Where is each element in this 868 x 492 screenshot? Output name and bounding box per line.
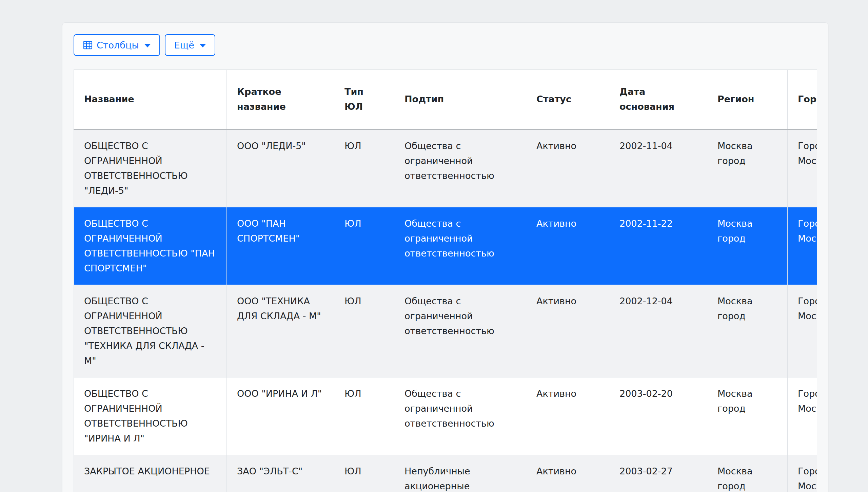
table-cell: ОБЩЕСТВО С ОГРАНИЧЕННОЙ ОТВЕТСТВЕННОСТЬЮ… xyxy=(74,129,227,207)
column-header-3[interactable]: Тип ЮЛ xyxy=(334,70,394,129)
table-header: НазваниеКраткое названиеТип ЮЛПодтипСтат… xyxy=(74,70,817,129)
table-cell: Непубличные акционерные xyxy=(394,455,526,492)
companies-panel: Столбцы Ещё НазваниеКраткое названиеТип … xyxy=(62,22,828,492)
caret-down-icon xyxy=(144,44,151,47)
table-cell: ООО "ПАН СПОРТСМЕН" xyxy=(227,207,334,285)
table-cell: ОБЩЕСТВО С ОГРАНИЧЕННОЙ ОТВЕТСТВЕННОСТЬЮ… xyxy=(74,377,227,455)
column-header-8[interactable]: Город xyxy=(788,70,817,129)
columns-button[interactable]: Столбцы xyxy=(74,34,160,56)
table-cell: Общества с ограниченной ответственностью xyxy=(394,377,526,455)
table-cell: Активно xyxy=(526,377,609,455)
table-cell: Активно xyxy=(526,455,609,492)
caret-down-icon xyxy=(200,44,206,47)
table-cell: Москва город xyxy=(707,285,788,377)
table-cell: ЮЛ xyxy=(334,377,394,455)
table-cell: Общества с ограниченной ответственностью xyxy=(394,285,526,377)
table-cell: 2002-12-04 xyxy=(609,285,707,377)
table-cell: Город Москва xyxy=(788,129,817,207)
table-cell: Активно xyxy=(526,285,609,377)
table-cell: ООО "ТЕХНИКА ДЛЯ СКЛАДА - М" xyxy=(227,285,334,377)
more-button[interactable]: Ещё xyxy=(165,34,215,56)
table-cell: Город Москва xyxy=(788,207,817,285)
table-cell: 2003-02-20 xyxy=(609,377,707,455)
table-cell: Общества с ограниченной ответственностью xyxy=(394,129,526,207)
column-header-5[interactable]: Статус xyxy=(526,70,609,129)
table-cell: Москва город xyxy=(707,455,788,492)
column-header-2[interactable]: Краткое название xyxy=(227,70,334,129)
table-cell: Город Москва xyxy=(788,455,817,492)
table-row[interactable]: ОБЩЕСТВО С ОГРАНИЧЕННОЙ ОТВЕТСТВЕННОСТЬЮ… xyxy=(74,285,817,377)
table-toolbar: Столбцы Ещё xyxy=(62,23,828,69)
table-cell: ЮЛ xyxy=(334,129,394,207)
table-cell: 2003-02-27 xyxy=(609,455,707,492)
table-cell: Общества с ограниченной ответственностью xyxy=(394,207,526,285)
column-header-6[interactable]: Дата основания xyxy=(609,70,707,129)
table-cell: ООО "ИРИНА И Л" xyxy=(227,377,334,455)
table-cell: Город Москва xyxy=(788,377,817,455)
table-cell: ЮЛ xyxy=(334,207,394,285)
table-header-row: НазваниеКраткое названиеТип ЮЛПодтипСтат… xyxy=(74,70,817,129)
column-header-7[interactable]: Регион xyxy=(707,70,788,129)
columns-button-label: Столбцы xyxy=(97,41,139,50)
table-cell: Москва город xyxy=(707,207,788,285)
table-cell: ЮЛ xyxy=(334,455,394,492)
table-cell: Москва город xyxy=(707,377,788,455)
table-row[interactable]: ОБЩЕСТВО С ОГРАНИЧЕННОЙ ОТВЕТСТВЕННОСТЬЮ… xyxy=(74,207,817,285)
table-row[interactable]: ОБЩЕСТВО С ОГРАНИЧЕННОЙ ОТВЕТСТВЕННОСТЬЮ… xyxy=(74,129,817,207)
table-cell: ЗАО "ЭЛЬТ-С" xyxy=(227,455,334,492)
companies-table-container: НазваниеКраткое названиеТип ЮЛПодтипСтат… xyxy=(74,69,817,492)
table-cell: 2002-11-04 xyxy=(609,129,707,207)
table-grid-icon xyxy=(83,40,93,50)
table-body: ОБЩЕСТВО С ОГРАНИЧЕННОЙ ОТВЕТСТВЕННОСТЬЮ… xyxy=(74,129,817,492)
more-button-label: Ещё xyxy=(174,41,194,50)
table-cell: ОБЩЕСТВО С ОГРАНИЧЕННОЙ ОТВЕТСТВЕННОСТЬЮ… xyxy=(74,285,227,377)
table-cell: ЮЛ xyxy=(334,285,394,377)
table-cell: Активно xyxy=(526,207,609,285)
table-cell: ООО "ЛЕДИ-5" xyxy=(227,129,334,207)
table-row[interactable]: ОБЩЕСТВО С ОГРАНИЧЕННОЙ ОТВЕТСТВЕННОСТЬЮ… xyxy=(74,377,817,455)
table-cell: ОБЩЕСТВО С ОГРАНИЧЕННОЙ ОТВЕТСТВЕННОСТЬЮ… xyxy=(74,207,227,285)
table-cell: Москва город xyxy=(707,129,788,207)
column-header-1[interactable]: Название xyxy=(74,70,227,129)
table-cell: Город Москва xyxy=(788,285,817,377)
table-row[interactable]: ЗАКРЫТОЕ АКЦИОНЕРНОЕЗАО "ЭЛЬТ-С"ЮЛНепубл… xyxy=(74,455,817,492)
companies-table: НазваниеКраткое названиеТип ЮЛПодтипСтат… xyxy=(74,69,817,492)
table-cell: 2002-11-22 xyxy=(609,207,707,285)
table-cell: Активно xyxy=(526,129,609,207)
column-header-4[interactable]: Подтип xyxy=(394,70,526,129)
table-cell: ЗАКРЫТОЕ АКЦИОНЕРНОЕ xyxy=(74,455,227,492)
